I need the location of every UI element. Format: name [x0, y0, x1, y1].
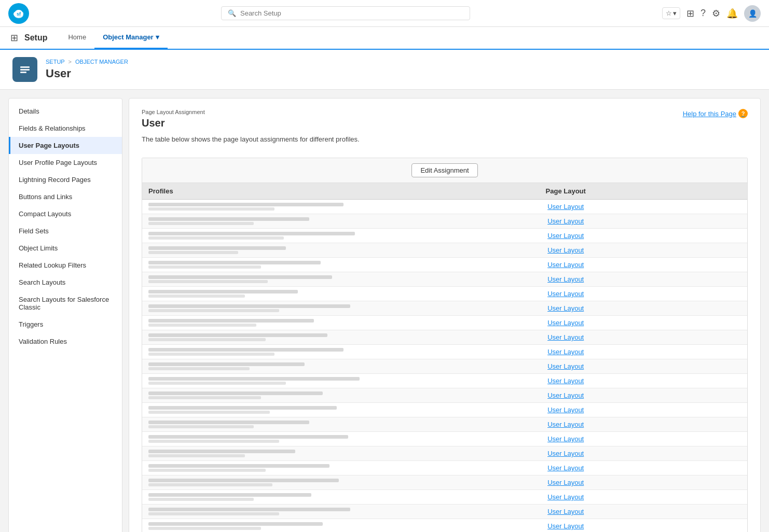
layout-link[interactable]: User Layout	[547, 479, 584, 486]
layout-link[interactable]: User Layout	[547, 508, 584, 515]
layout-link[interactable]: User Layout	[547, 261, 584, 269]
layout-link[interactable]: User Layout	[547, 391, 584, 399]
sidebar-item-label: User Profile Page Layouts	[19, 159, 97, 166]
help-icon[interactable]: ?	[701, 8, 706, 19]
bell-icon[interactable]: 🔔	[726, 8, 738, 19]
sidebar-item-label: User Page Layouts	[19, 142, 79, 149]
layout-link[interactable]: User Layout	[547, 464, 584, 472]
sidebar-item-search-layouts[interactable]: Search Layouts	[9, 274, 122, 291]
sidebar-item-triggers[interactable]: Triggers	[9, 316, 122, 333]
sidebar-item-user-page-layouts[interactable]: User Page Layouts	[9, 137, 122, 154]
tab-home-label: Home	[68, 33, 86, 41]
sidebar-item-label: Details	[19, 107, 39, 115]
profile-cell	[142, 417, 384, 432]
sidebar-item-related-lookup-filters[interactable]: Related Lookup Filters	[9, 257, 122, 274]
top-nav: sf 🔍 ☆ ▾ ⊞ ? ⚙ 🔔 👤	[0, 0, 769, 27]
profile-bar	[148, 464, 378, 472]
sidebar-item-object-limits[interactable]: Object Limits	[9, 240, 122, 257]
page-layout-label: Page Layout Assignment	[142, 109, 748, 115]
profile-cell	[142, 519, 384, 533]
settings-icon[interactable]: ⚙	[712, 8, 720, 19]
table-row: User Layout	[142, 243, 747, 258]
layout-link[interactable]: User Layout	[547, 406, 584, 414]
sidebar-item-search-layouts-classic[interactable]: Search Layouts for Salesforce Classic	[9, 291, 122, 316]
table-row: User Layout	[142, 316, 747, 330]
tab-home[interactable]: Home	[60, 26, 94, 49]
secondary-nav: ⊞ Setup Home Object Manager ▾	[0, 27, 769, 50]
layout-link[interactable]: User Layout	[547, 304, 584, 312]
sidebar-item-label: Related Lookup Filters	[19, 261, 86, 269]
search-input[interactable]	[240, 9, 463, 17]
breadcrumb-text: SETUP > OBJECT MANAGER User	[46, 59, 128, 80]
sidebar-item-buttons-links[interactable]: Buttons and Links	[9, 188, 122, 205]
layout-link[interactable]: User Layout	[547, 217, 584, 225]
layout-cell: User Layout	[384, 432, 747, 446]
layout-link[interactable]: User Layout	[547, 203, 584, 211]
profile-bar	[148, 508, 378, 515]
help-link-text: Help for this Page	[683, 110, 736, 118]
sidebar-item-label: Compact Layouts	[19, 210, 71, 218]
profile-bar	[148, 246, 378, 254]
search-icon: 🔍	[228, 9, 236, 17]
layout-link[interactable]: User Layout	[547, 319, 584, 327]
tab-object-manager[interactable]: Object Manager ▾	[94, 26, 168, 49]
breadcrumb-object-manager-link[interactable]: OBJECT MANAGER	[75, 59, 128, 65]
profile-bar	[148, 261, 378, 269]
sidebar-item-details[interactable]: Details	[9, 103, 122, 120]
table-row: User Layout	[142, 374, 747, 388]
layout-cell: User Layout	[384, 229, 747, 243]
table-row: User Layout	[142, 490, 747, 505]
layout-cell: User Layout	[384, 200, 747, 214]
profile-bar	[148, 275, 378, 283]
breadcrumb-area: SETUP > OBJECT MANAGER User	[0, 50, 769, 90]
avatar[interactable]: 👤	[744, 5, 761, 22]
svg-rect-7	[20, 72, 26, 73]
layout-link[interactable]: User Layout	[547, 333, 584, 341]
layout-link[interactable]: User Layout	[547, 377, 584, 385]
layout-link[interactable]: User Layout	[547, 450, 584, 457]
layout-link[interactable]: User Layout	[547, 421, 584, 428]
sidebar-item-validation-rules[interactable]: Validation Rules	[9, 333, 122, 350]
breadcrumb-setup-link[interactable]: SETUP	[46, 59, 64, 65]
layout-link[interactable]: User Layout	[547, 232, 584, 240]
profile-bar	[148, 362, 378, 370]
sidebar-item-label: Field Sets	[19, 227, 49, 235]
layout-link[interactable]: User Layout	[547, 435, 584, 443]
profile-bar	[148, 304, 378, 312]
profile-bar	[148, 479, 378, 486]
top-edit-bar: Edit Assignment	[142, 158, 747, 183]
layout-link[interactable]: User Layout	[547, 362, 584, 370]
profile-bar	[148, 435, 378, 443]
layout-link[interactable]: User Layout	[547, 493, 584, 501]
profile-cell	[142, 330, 384, 345]
table-row: User Layout	[142, 200, 747, 214]
layout-link[interactable]: User Layout	[547, 246, 584, 254]
search-bar[interactable]: 🔍	[221, 6, 470, 20]
top-edit-assignment-button[interactable]: Edit Assignment	[411, 163, 477, 177]
sidebar-item-compact-layouts[interactable]: Compact Layouts	[9, 205, 122, 222]
profile-bar	[148, 493, 378, 501]
sidebar-item-label: Buttons and Links	[19, 193, 72, 201]
add-icon[interactable]: ⊞	[686, 8, 694, 19]
layout-link[interactable]: User Layout	[547, 522, 584, 530]
profile-bar	[148, 203, 378, 211]
favorites-container[interactable]: ☆ ▾	[662, 7, 680, 19]
table-row: User Layout	[142, 287, 747, 301]
profile-bar	[148, 450, 378, 457]
sidebar-item-field-sets[interactable]: Field Sets	[9, 222, 122, 240]
profile-bar	[148, 290, 378, 298]
sidebar-item-label: Lightning Record Pages	[19, 176, 91, 184]
layout-link[interactable]: User Layout	[547, 348, 584, 356]
profile-cell	[142, 446, 384, 461]
sidebar-item-fields-relationships[interactable]: Fields & Relationships	[9, 120, 122, 137]
grid-icon[interactable]: ⊞	[10, 32, 18, 44]
layout-link[interactable]: User Layout	[547, 290, 584, 298]
sidebar-item-label: Object Limits	[19, 244, 58, 252]
help-link[interactable]: Help for this Page ?	[683, 109, 748, 118]
layout-link[interactable]: User Layout	[547, 275, 584, 283]
salesforce-logo[interactable]: sf	[8, 3, 29, 24]
sidebar-item-lightning-record-pages[interactable]: Lightning Record Pages	[9, 171, 122, 188]
layout-cell: User Layout	[384, 446, 747, 461]
layout-cell: User Layout	[384, 490, 747, 505]
sidebar-item-user-profile-page-layouts[interactable]: User Profile Page Layouts	[9, 154, 122, 171]
